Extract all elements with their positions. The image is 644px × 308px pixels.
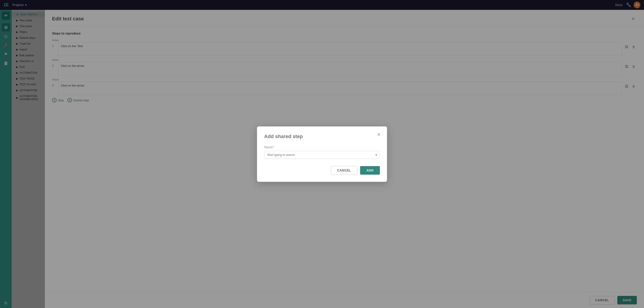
source-search-input[interactable] — [264, 151, 380, 159]
dialog-footer: CANCEL ADD — [264, 166, 380, 174]
source-label: Source * — [264, 146, 380, 149]
dialog-close-button[interactable]: ✕ — [375, 131, 382, 138]
dialog-title: Add shared step — [264, 134, 380, 140]
source-select-wrapper: ▾ — [264, 151, 380, 159]
add-shared-step-dialog: ✕ Add shared step Source * ▾ CANCEL ADD — [257, 126, 387, 182]
dialog-add-button[interactable]: ADD — [360, 166, 380, 174]
add-shared-step-overlay: ✕ Add shared step Source * ▾ CANCEL ADD — [0, 0, 644, 308]
dialog-cancel-button[interactable]: CANCEL — [331, 166, 358, 174]
